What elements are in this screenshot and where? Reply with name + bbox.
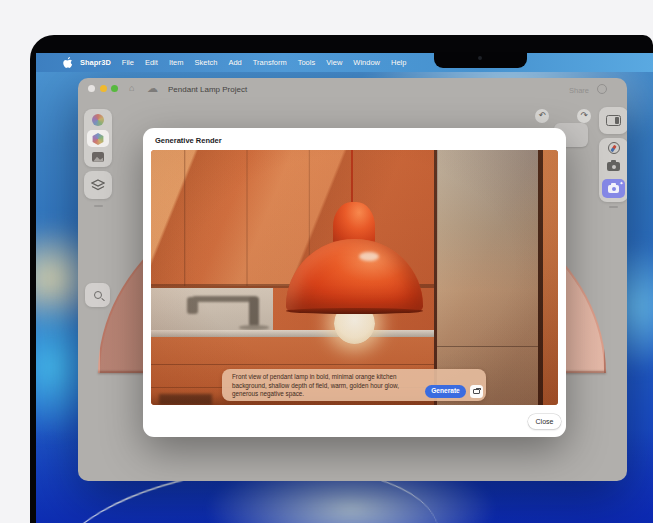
redo-button[interactable]: ↷ xyxy=(577,109,591,123)
image-icon[interactable] xyxy=(92,152,104,162)
webcam-dot xyxy=(478,56,482,60)
menu-item-help[interactable]: Help xyxy=(391,58,406,67)
zoom-window-button[interactable] xyxy=(111,85,118,92)
environment-compass-icon[interactable] xyxy=(608,142,620,154)
left-toolbar-layers-group xyxy=(84,171,112,199)
prompt-bar[interactable]: Front view of pendant lamp in bold, mini… xyxy=(222,369,486,401)
apple-menu-icon[interactable] xyxy=(63,57,72,68)
right-toolbar-display-group xyxy=(599,107,627,134)
close-window-button[interactable] xyxy=(88,85,95,92)
menu-item-sketch[interactable]: Sketch xyxy=(194,58,217,67)
material-sphere-icon[interactable] xyxy=(92,114,104,126)
menu-item-view[interactable]: View xyxy=(326,58,342,67)
camera-icon[interactable] xyxy=(607,162,620,171)
color-tool-selected[interactable] xyxy=(87,130,109,147)
menu-item-transform[interactable]: Transform xyxy=(253,58,287,67)
faucet xyxy=(175,294,281,330)
stove-hob xyxy=(159,394,212,405)
kitchen-window xyxy=(434,150,558,405)
faucet-post xyxy=(249,297,259,326)
menu-item-shapr3d[interactable]: Shapr3D xyxy=(80,58,111,67)
drawer-line xyxy=(151,364,434,365)
share-button[interactable]: Share xyxy=(569,86,589,95)
menu-item-tools[interactable]: Tools xyxy=(298,58,316,67)
screenshot-stage: Shapr3D File Edit Item Sketch Add Transf… xyxy=(0,0,653,523)
document-title: Pendant Lamp Project xyxy=(168,85,247,94)
generate-button[interactable]: Generate xyxy=(425,385,466,398)
undo-button[interactable]: ↶ xyxy=(535,109,549,123)
left-toolbar-appearance-group xyxy=(84,109,112,167)
layers-icon[interactable] xyxy=(91,179,105,192)
lamp-highlight xyxy=(359,252,379,261)
close-modal-button[interactable]: Close xyxy=(528,414,561,429)
search-button[interactable] xyxy=(85,283,110,307)
right-toolbar-render-group: ✦ xyxy=(599,138,627,202)
snapshot-button[interactable] xyxy=(470,385,483,398)
search-icon xyxy=(94,291,102,299)
lamp-cap xyxy=(333,202,375,244)
lamp-cord xyxy=(351,150,353,209)
menu-item-window[interactable]: Window xyxy=(353,58,380,67)
side-wall xyxy=(543,150,558,405)
sparkle-icon: ✦ xyxy=(619,180,623,186)
color-hexagon-icon xyxy=(92,133,104,145)
home-icon[interactable]: ⌂ xyxy=(129,83,134,93)
generative-render-camera-button[interactable]: ✦ xyxy=(602,179,625,198)
traffic-lights xyxy=(88,85,118,92)
faucet-head xyxy=(187,297,198,314)
macbook-bezel: Shapr3D File Edit Item Sketch Add Transf… xyxy=(30,35,653,523)
menu-bar: Shapr3D File Edit Item Sketch Add Transf… xyxy=(36,53,653,72)
menu-item-item[interactable]: Item xyxy=(169,58,184,67)
window-glass xyxy=(438,150,539,405)
toolbar-divider xyxy=(609,206,618,208)
shapr3d-window: ⌂ ☁ Pendant Lamp Project Share ↶ ↷ xyxy=(78,78,627,481)
menu-item-add[interactable]: Add xyxy=(228,58,241,67)
camera-icon xyxy=(473,389,480,394)
minimize-window-button[interactable] xyxy=(100,85,107,92)
generative-render-camera-icon xyxy=(608,185,619,193)
countertop xyxy=(151,330,434,338)
faucet-spout xyxy=(192,296,258,302)
display-icon[interactable] xyxy=(606,115,621,126)
cloud-sync-icon: ☁ xyxy=(147,82,158,95)
generative-render-modal: Generative Render xyxy=(143,128,566,437)
account-icon[interactable] xyxy=(597,84,607,94)
display-notch xyxy=(434,52,527,68)
toolbar-divider xyxy=(94,205,103,207)
window-ledge xyxy=(437,346,538,347)
display-screen: Shapr3D File Edit Item Sketch Add Transf… xyxy=(36,53,653,523)
lamp-rim xyxy=(286,308,423,315)
menu-item-file[interactable]: File xyxy=(122,58,134,67)
prompt-text[interactable]: Front view of pendant lamp in bold, mini… xyxy=(232,373,420,399)
menu-item-edit[interactable]: Edit xyxy=(145,58,158,67)
modal-title: Generative Render xyxy=(155,136,222,145)
render-preview-image: Front view of pendant lamp in bold, mini… xyxy=(151,150,558,405)
